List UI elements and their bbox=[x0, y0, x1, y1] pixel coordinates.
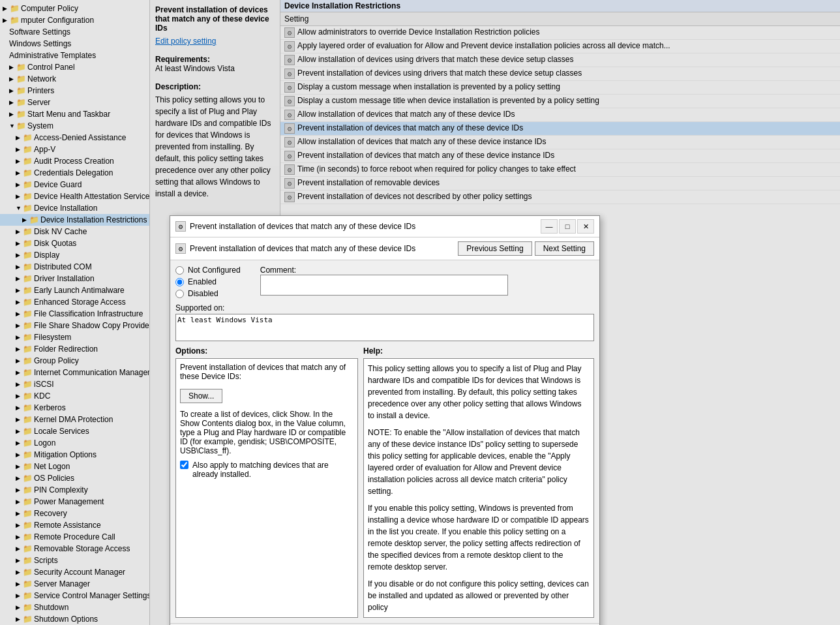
also-apply-checkbox[interactable] bbox=[180, 461, 188, 469]
comment-textarea[interactable] bbox=[260, 275, 508, 296]
previous-setting-button[interactable]: Previous Setting bbox=[458, 241, 532, 256]
not-configured-label[interactable]: Not Configured bbox=[175, 266, 241, 275]
minimize-button[interactable]: — bbox=[541, 219, 558, 234]
modal-titlebar: ⚙ Prevent installation of devices that m… bbox=[170, 216, 599, 237]
disabled-radio[interactable] bbox=[175, 290, 184, 298]
options-desc3: (for example, gendisk; USB\COMPOSITE, US… bbox=[180, 437, 337, 455]
not-configured-radio[interactable] bbox=[175, 266, 184, 275]
help-panel: Help: This policy setting allows you to … bbox=[363, 346, 594, 618]
help-text2: NOTE: To enable the "Allow installation … bbox=[368, 427, 590, 497]
show-button[interactable]: Show... bbox=[180, 389, 222, 403]
also-apply-label: Also apply to matching devices that are … bbox=[192, 461, 353, 479]
supported-on-label: Supported on: bbox=[175, 303, 594, 312]
help-box: This policy setting allows you to specif… bbox=[363, 358, 594, 618]
close-button[interactable]: ✕ bbox=[577, 219, 594, 234]
help-text4: If you disable or do not configure this … bbox=[368, 578, 590, 613]
modal-nav-buttons: Previous Setting Next Setting bbox=[458, 241, 594, 256]
modal-overlay: ⚙ Prevent installation of devices that m… bbox=[0, 0, 840, 625]
policy-settings-modal: ⚙ Prevent installation of devices that m… bbox=[170, 215, 600, 625]
modal-header-row: ⚙ Prevent installation of devices that m… bbox=[170, 237, 599, 260]
not-configured-text: Not Configured bbox=[188, 266, 241, 275]
next-setting-button[interactable]: Next Setting bbox=[535, 241, 594, 256]
supported-on-section: Supported on: bbox=[175, 303, 594, 341]
comment-section: Comment: bbox=[260, 266, 508, 296]
help-text3: If you enable this policy setting, Windo… bbox=[368, 502, 590, 573]
modal-titlebar-icon: ⚙ bbox=[175, 221, 186, 232]
options-title: Prevent installation of devices that mat… bbox=[180, 363, 353, 381]
modal-body: Not Configured Enabled Disabled Comment: bbox=[170, 260, 599, 623]
disabled-text: Disabled bbox=[188, 289, 218, 298]
modal-titlebar-controls: — □ ✕ bbox=[541, 219, 594, 234]
help-text1: This policy setting allows you to specif… bbox=[368, 363, 590, 421]
options-label: Options: bbox=[175, 346, 358, 356]
modal-policy-name: Prevent installation of devices that mat… bbox=[190, 244, 415, 253]
enabled-label[interactable]: Enabled bbox=[175, 277, 241, 286]
also-apply-row: Also apply to matching devices that are … bbox=[180, 461, 353, 479]
modal-title: Prevent installation of devices that mat… bbox=[190, 222, 415, 231]
supported-on-textarea bbox=[175, 314, 594, 341]
modal-policy-name-area: ⚙ Prevent installation of devices that m… bbox=[175, 243, 458, 254]
comment-label: Comment: bbox=[260, 266, 508, 275]
options-help-section: Options: Prevent installation of devices… bbox=[175, 346, 594, 618]
modal-policy-icon: ⚙ bbox=[175, 243, 186, 254]
radio-comment-section: Not Configured Enabled Disabled Comment: bbox=[175, 266, 594, 298]
disabled-label[interactable]: Disabled bbox=[175, 289, 241, 298]
help-label: Help: bbox=[363, 346, 594, 356]
maximize-button[interactable]: □ bbox=[559, 219, 576, 234]
options-panel: Options: Prevent installation of devices… bbox=[175, 346, 358, 618]
enabled-text: Enabled bbox=[188, 277, 217, 286]
options-desc1: To create a list of devices, click Show.… bbox=[180, 410, 346, 428]
enabled-radio[interactable] bbox=[175, 278, 184, 286]
options-box: Prevent installation of devices that mat… bbox=[175, 358, 358, 618]
radio-group: Not Configured Enabled Disabled bbox=[175, 266, 241, 298]
